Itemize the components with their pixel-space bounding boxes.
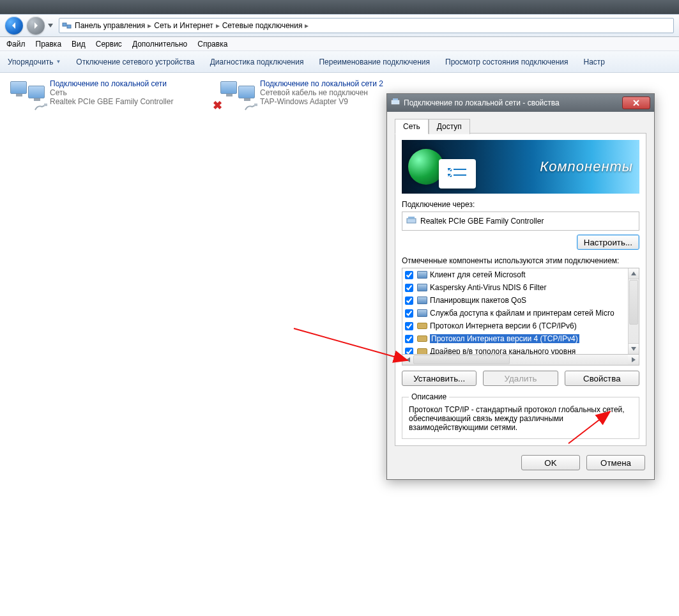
component-item[interactable]: Kaspersky Anti-Virus NDIS 6 Filter <box>402 281 639 294</box>
connection-title: Подключение по локальной сети <box>50 79 173 88</box>
window-chrome-bar <box>0 0 679 14</box>
location-icon <box>62 20 72 31</box>
service-icon <box>417 295 427 305</box>
component-checkbox[interactable] <box>405 284 413 292</box>
adapter-field: Realtek PCIe GBE Family Controller <box>402 212 639 231</box>
protocol-icon <box>417 334 427 344</box>
component-item[interactable]: Драйвер в/в тополога канального уровня <box>402 345 639 355</box>
tab-network[interactable]: Сеть <box>395 119 429 134</box>
install-button[interactable]: Установить... <box>402 371 477 386</box>
ok-button[interactable]: OK <box>521 455 580 470</box>
menu-edit[interactable]: Правка <box>36 40 62 49</box>
breadcrumb-separator-icon: ▸ <box>302 21 311 30</box>
tab-panel-network: Компоненты Подключение через: Realtek PC… <box>395 133 646 446</box>
vertical-scrollbar[interactable] <box>628 268 639 354</box>
scroll-up-button[interactable] <box>629 268 639 279</box>
svg-rect-2 <box>44 104 47 106</box>
scroll-down-button[interactable] <box>629 343 639 354</box>
back-button[interactable] <box>5 17 23 35</box>
cancel-button[interactable]: Отмена <box>586 455 645 470</box>
cmd-view-status[interactable]: Просмотр состояния подключения <box>445 58 568 66</box>
cmd-diagnose[interactable]: Диагностика подключения <box>210 58 304 66</box>
scroll-right-button[interactable] <box>628 355 639 365</box>
component-checkbox[interactable] <box>405 335 413 343</box>
properties-button[interactable]: Свойства <box>565 371 639 386</box>
adapter-icon <box>391 98 400 109</box>
connection-properties-dialog: Подключение по локальной сети - свойства… <box>386 93 655 480</box>
component-item[interactable]: Протокол Интернета версии 4 (TCP/IPv4) <box>402 332 639 345</box>
connections-pane: Подключение по локальной сети Сеть Realt… <box>0 73 679 616</box>
breadcrumb-item[interactable]: Сеть и Интернет <box>154 21 213 30</box>
menu-help[interactable]: Справка <box>197 40 227 49</box>
svg-rect-4 <box>392 100 399 104</box>
connection-adapter: TAP-Windows Adapter V9 <box>260 97 383 106</box>
svg-rect-9 <box>454 169 466 170</box>
dialog-titlebar[interactable]: Подключение по локальной сети - свойства <box>387 94 654 112</box>
nav-history-dropdown[interactable] <box>46 17 55 35</box>
tab-access[interactable]: Доступ <box>429 119 470 134</box>
scroll-left-button[interactable] <box>402 355 413 365</box>
component-checkbox[interactable] <box>405 296 413 305</box>
adapter-small-icon <box>406 215 416 227</box>
connection-item-lan1[interactable]: Подключение по локальной сети Сеть Realt… <box>10 79 208 107</box>
menu-tools[interactable]: Сервис <box>96 40 122 49</box>
network-adapter-disconnected-icon: ✖ <box>220 79 255 107</box>
scroll-thumb[interactable] <box>629 280 638 325</box>
component-checkbox[interactable] <box>405 271 413 279</box>
configure-button[interactable]: Настроить... <box>577 235 639 250</box>
component-item[interactable]: Планировщик пакетов QoS <box>402 294 639 307</box>
component-name: Клиент для сетей Microsoft <box>430 270 526 279</box>
menu-advanced[interactable]: Дополнительно <box>132 40 187 49</box>
connection-status: Сетевой кабель не подключен <box>260 88 383 97</box>
component-name: Планировщик пакетов QoS <box>430 296 526 305</box>
dialog-close-button[interactable] <box>622 96 650 109</box>
breadcrumb-separator-icon: ▸ <box>145 21 154 30</box>
menu-bar: Файл Правка Вид Сервис Дополнительно Спр… <box>0 37 679 51</box>
component-name: Kaspersky Anti-Virus NDIS 6 Filter <box>430 283 547 292</box>
explorer-nav-bar: Панель управления▸Сеть и Интернет▸Сетевы… <box>0 14 679 37</box>
svg-rect-11 <box>454 174 466 176</box>
connection-status: Сеть <box>50 88 173 97</box>
breadcrumb-separator-icon: ▸ <box>213 21 222 30</box>
service-icon <box>417 282 427 293</box>
svg-rect-1 <box>67 25 71 28</box>
dialog-tabs: Сеть Доступ <box>395 118 646 134</box>
cmd-disable-device[interactable]: Отключение сетевого устройства <box>76 58 194 66</box>
component-item[interactable]: Служба доступа к файлам и принтерам сете… <box>402 307 639 320</box>
svg-rect-3 <box>254 104 257 106</box>
menu-view[interactable]: Вид <box>72 40 86 49</box>
address-bar[interactable]: Панель управления▸Сеть и Интернет▸Сетевы… <box>59 18 674 33</box>
connection-item-lan2[interactable]: ✖ Подключение по локальной сети 2 Сетево… <box>220 79 399 107</box>
cmd-organize[interactable]: Упорядочить ▼ <box>8 58 61 66</box>
forward-button[interactable] <box>27 17 45 35</box>
component-checkbox[interactable] <box>405 309 413 318</box>
service-icon <box>417 308 427 318</box>
dialog-title-text: Подключение по локальной сети - свойства <box>404 98 560 107</box>
cmd-rename[interactable]: Переименование подключения <box>319 58 430 66</box>
breadcrumb-item[interactable]: Сетевые подключения <box>222 21 303 30</box>
menu-file[interactable]: Файл <box>6 40 26 49</box>
svg-rect-12 <box>407 219 416 223</box>
component-checkbox[interactable] <box>405 348 413 355</box>
component-name: Протокол Интернета версии 6 (TCP/IPv6) <box>430 321 577 330</box>
breadcrumb-item[interactable]: Панель управления <box>75 21 145 30</box>
description-text: Протокол TCP/IP - стандартный протокол г… <box>409 405 632 432</box>
description-legend: Описание <box>409 392 449 401</box>
protocol-icon <box>417 346 427 355</box>
component-item[interactable]: Протокол Интернета версии 6 (TCP/IPv6) <box>402 320 639 332</box>
connection-title: Подключение по локальной сети 2 <box>260 79 383 88</box>
component-checkbox[interactable] <box>405 322 413 330</box>
adapter-name: Realtek PCIe GBE Family Controller <box>420 217 544 226</box>
disconnected-x-icon: ✖ <box>213 98 222 112</box>
components-listbox[interactable]: Клиент для сетей MicrosoftKaspersky Anti… <box>402 268 639 355</box>
horizontal-scrollbar[interactable] <box>402 355 639 366</box>
component-item[interactable]: Клиент для сетей Microsoft <box>402 268 639 281</box>
description-group: Описание Протокол TCP/IP - стандартный п… <box>402 392 639 439</box>
hscroll-thumb[interactable] <box>413 355 510 364</box>
banner-title: Компоненты <box>540 158 633 175</box>
service-icon <box>417 270 427 280</box>
cmd-settings-truncated[interactable]: Настр <box>584 58 606 66</box>
remove-button: Удалить <box>483 371 558 386</box>
protocol-icon <box>417 321 427 331</box>
component-name: Служба доступа к файлам и принтерам сете… <box>430 309 614 318</box>
